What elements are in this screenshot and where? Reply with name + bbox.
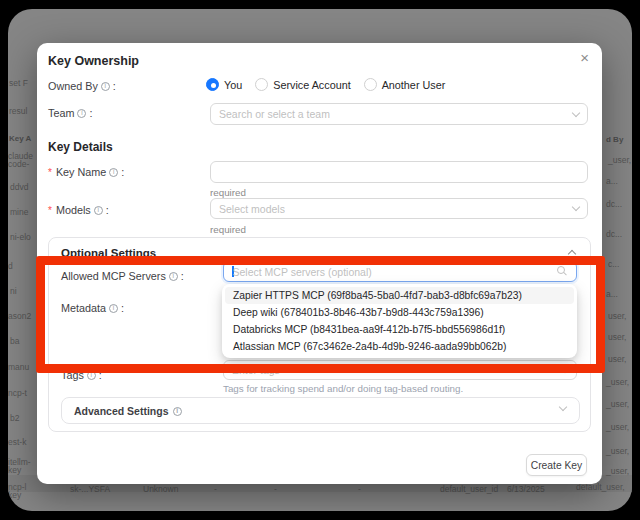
- info-icon[interactable]: [94, 206, 103, 215]
- label-colon: :: [121, 166, 124, 178]
- bg-results-fragment: resul: [9, 106, 27, 116]
- chevron-down-icon: [559, 403, 567, 411]
- bg-key-alias-fragment: ba: [10, 336, 19, 346]
- bg-cell-fragment: -: [358, 484, 361, 494]
- radio-selected-icon[interactable]: [206, 78, 219, 91]
- label-colon: :: [106, 204, 109, 216]
- bg-key-alias-fragment: manu: [8, 362, 29, 372]
- bg-cell-fragment: _user,: [608, 155, 631, 165]
- tags-help-text: Tags for tracking spend and/or doing tag…: [223, 383, 463, 394]
- bg-key-alias-fragment: d: [8, 261, 13, 271]
- key-name-required-note: required: [210, 187, 246, 198]
- models-label-text: Models: [56, 204, 91, 216]
- bg-cell-fragment: _user,: [606, 422, 629, 432]
- label-colon: :: [113, 80, 116, 92]
- bg-cell-fragment: dc...: [606, 229, 622, 239]
- models-select[interactable]: Select models: [210, 198, 588, 219]
- bg-key-alias-fragment: ni-elo: [10, 232, 31, 242]
- owned-by-radio-group: You Service Account Another User: [206, 78, 445, 91]
- modal-title: Key Ownership: [48, 54, 139, 68]
- bg-cell-fragment: a...: [606, 289, 618, 299]
- bg-cell-fragment: c...: [608, 259, 619, 269]
- required-asterisk: *: [48, 167, 52, 178]
- radio-unselected-icon[interactable]: [255, 78, 268, 91]
- bg-key-alias-fragment: b2: [10, 413, 19, 423]
- radio-service-account-label: Service Account: [273, 79, 350, 91]
- radio-you[interactable]: You: [206, 78, 242, 91]
- bg-cell-fragment: 6/13/2025: [507, 484, 545, 494]
- label-colon: :: [89, 107, 92, 119]
- key-name-input[interactable]: [210, 161, 588, 183]
- bg-cell-fragment: -: [214, 484, 217, 494]
- key-name-label: * Key Name :: [48, 166, 124, 178]
- models-label: * Models :: [48, 204, 109, 216]
- bg-key-alias-fragment: ncp-t: [8, 388, 27, 398]
- bg-cell-fragment: a...: [606, 176, 618, 186]
- advanced-settings-accordion[interactable]: Advanced Settings: [61, 397, 580, 424]
- radio-another-user[interactable]: Another User: [364, 78, 446, 91]
- advanced-settings-label: Advanced Settings: [74, 405, 182, 417]
- info-icon[interactable]: [173, 407, 182, 416]
- bg-key-alias-fragment: ddvd: [10, 182, 28, 192]
- bg-key-hash-fragment: sk-...YSFA: [70, 484, 110, 494]
- bg-created-by-header-fragment: d By: [606, 135, 623, 144]
- annotation-highlight-rectangle: [36, 256, 605, 373]
- models-required-note: required: [210, 224, 246, 235]
- bg-cell-fragment: Unknown: [143, 484, 178, 494]
- bg-key-alias-fragment: mine: [10, 207, 28, 217]
- radio-unselected-icon[interactable]: [364, 78, 377, 91]
- bg-cell-fragment: _user,: [606, 446, 629, 456]
- dimmed-app-window: set F resul Key A claude code- ddvd mine…: [8, 9, 632, 511]
- team-label: Team :: [48, 107, 92, 119]
- required-asterisk: *: [48, 205, 52, 216]
- info-icon[interactable]: [101, 82, 110, 91]
- bg-cell-fragment: user,: [608, 332, 626, 342]
- models-placeholder: Select models: [219, 203, 285, 215]
- team-placeholder: Search or select a team: [219, 108, 330, 120]
- bg-cell-fragment: _user,: [606, 466, 629, 476]
- radio-you-label: You: [224, 79, 242, 91]
- bg-reset-filters-fragment: set F: [9, 78, 28, 88]
- bg-cell-fragment: -: [274, 484, 277, 494]
- owned-by-label: Owned By :: [48, 80, 116, 92]
- radio-service-account[interactable]: Service Account: [255, 78, 350, 91]
- bg-key-alias-fragment: key: [8, 490, 21, 500]
- chevron-down-icon: [572, 203, 580, 211]
- info-icon[interactable]: [77, 109, 86, 118]
- owned-by-label-text: Owned By: [48, 80, 98, 92]
- bg-cell-fragment: dc...: [606, 199, 622, 209]
- team-label-text: Team: [48, 107, 74, 119]
- key-details-heading: Key Details: [48, 140, 113, 154]
- radio-another-user-label: Another User: [382, 79, 446, 91]
- close-icon[interactable]: ×: [580, 50, 589, 65]
- bg-key-alias-fragment: est-k: [8, 437, 26, 447]
- bg-cell-fragment: _user,: [606, 377, 629, 387]
- create-key-button[interactable]: Create Key: [526, 454, 587, 476]
- bg-key-alias-fragment: ason2: [8, 311, 31, 321]
- advanced-settings-label-text: Advanced Settings: [74, 405, 169, 417]
- chevron-down-icon: [572, 108, 580, 116]
- bg-key-alias-fragment: code-: [8, 159, 29, 169]
- bg-key-alias-fragment: ni: [10, 286, 17, 296]
- info-icon[interactable]: [109, 168, 118, 177]
- bg-column-header-fragment: Key A: [9, 134, 31, 143]
- bg-cell-fragment: user,: [608, 354, 626, 364]
- team-select[interactable]: Search or select a team: [210, 103, 588, 125]
- bg-cell-fragment: user,: [608, 311, 626, 321]
- bg-cell-fragment: default_user_id: [440, 484, 498, 494]
- bg-cell-fragment: _user,: [606, 399, 629, 409]
- bg-key-alias-fragment: key: [8, 465, 21, 475]
- key-name-label-text: Key Name: [56, 166, 106, 178]
